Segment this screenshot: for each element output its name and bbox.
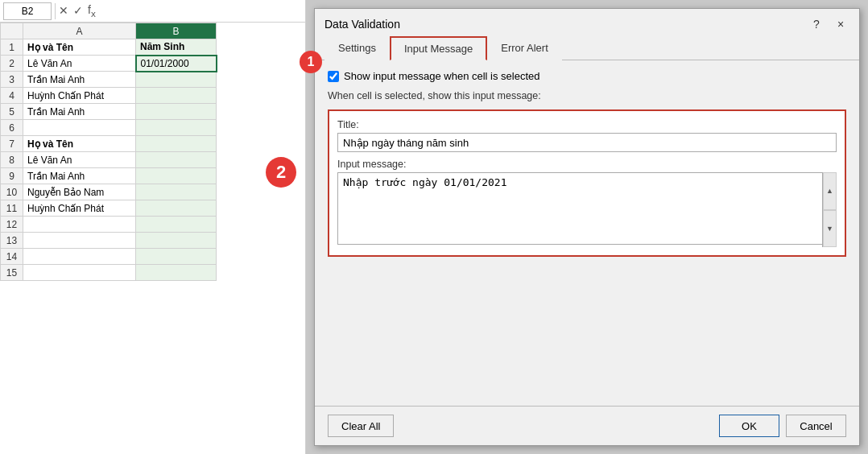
spreadsheet-panel: B2 ✕ ✓ fx A B <box>0 0 306 454</box>
row-header-14: 14 <box>1 249 23 265</box>
cell-a8[interactable]: Lê Văn An <box>23 152 136 168</box>
cell-b8[interactable] <box>136 152 217 168</box>
row-header-1: 1 <box>1 39 23 56</box>
textarea-scrollbar: ▲ ▼ <box>822 172 837 247</box>
cell-a2[interactable]: Lê Văn An <box>23 56 136 72</box>
title-field-label: Title: <box>337 119 837 130</box>
scroll-up-btn[interactable]: ▲ <box>823 172 837 210</box>
cell-a5[interactable]: Trần Mai Anh <box>23 104 136 120</box>
cell-b15[interactable] <box>136 265 217 281</box>
dialog-titlebar: Data Validation ? × <box>315 9 859 36</box>
cell-a3[interactable]: Trần Mai Anh <box>23 72 136 88</box>
row-header-5: 5 <box>1 104 23 120</box>
row-header-2: 2 <box>1 56 23 72</box>
cell-b11[interactable] <box>136 200 217 217</box>
dialog-overlay: Data Validation ? × Settings Input Messa… <box>306 0 868 454</box>
cell-b7[interactable] <box>136 136 217 152</box>
cell-a1[interactable]: Họ và Tên <box>23 39 136 56</box>
footer-right: OK Cancel <box>719 415 846 437</box>
row-header-3: 3 <box>1 72 23 88</box>
formula-icons: ✕ ✓ fx <box>59 3 96 19</box>
row-header-7: 7 <box>1 136 23 152</box>
row-header-15: 15 <box>1 265 23 281</box>
help-button[interactable]: ? <box>808 15 825 33</box>
cell-a9[interactable]: Trần Mai Anh <box>23 168 136 184</box>
dialog-tabs: Settings Input Message Error Alert <box>315 36 859 60</box>
dialog-content: Show input message when cell is selected… <box>315 60 859 406</box>
ok-button[interactable]: OK <box>719 415 779 437</box>
cell-a11[interactable]: Huỳnh Chấn Phát <box>23 200 136 217</box>
cell-b6[interactable] <box>136 120 217 136</box>
formula-bar: B2 ✕ ✓ fx <box>0 0 305 23</box>
title-input[interactable] <box>337 133 837 152</box>
description-text: When cell is selected, show this input m… <box>328 90 846 101</box>
row-header-6: 6 <box>1 120 23 136</box>
tab-settings[interactable]: Settings <box>324 36 390 60</box>
confirm-formula-icon[interactable]: ✓ <box>73 4 83 17</box>
show-message-label: Show input message when cell is selected <box>344 70 540 82</box>
function-icon[interactable]: fx <box>88 3 96 19</box>
message-field-label: Input message: <box>337 159 837 170</box>
spreadsheet-area: B2 ✕ ✓ fx A B <box>0 0 306 454</box>
footer-left: Clear All <box>328 415 394 437</box>
message-textarea-wrapper: ▲ ▼ <box>337 172 837 247</box>
cell-ref-box[interactable]: B2 <box>3 2 52 20</box>
tab-error-alert[interactable]: Error Alert <box>487 36 562 60</box>
cell-b10[interactable] <box>136 184 217 200</box>
cell-a10[interactable]: Nguyễn Bảo Nam <box>23 184 136 200</box>
row-header-8: 8 <box>1 152 23 168</box>
row-header-11: 11 <box>1 200 23 217</box>
tab-input-message[interactable]: Input Message <box>390 36 487 60</box>
input-section: Title: Input message: ▲ ▼ <box>328 109 846 257</box>
grid-container: A B 1Họ và TênNăm Sinh2Lê Văn An01/01/20… <box>0 23 305 454</box>
cell-a4[interactable]: Huỳnh Chấn Phát <box>23 88 136 104</box>
close-button[interactable]: × <box>832 15 849 33</box>
dialog-controls: ? × <box>808 15 849 33</box>
cell-b9[interactable] <box>136 168 217 184</box>
clear-all-button[interactable]: Clear All <box>328 415 394 437</box>
cell-b2[interactable]: 01/01/2000 <box>136 56 217 72</box>
show-message-checkbox[interactable] <box>328 71 339 82</box>
row-header-13: 13 <box>1 233 23 249</box>
row-header-4: 4 <box>1 88 23 104</box>
annotation-badge-2: 2 <box>266 157 296 188</box>
formula-input[interactable] <box>99 3 302 19</box>
annotation-badge-1: 1 <box>300 51 322 73</box>
cell-a13[interactable] <box>23 233 136 249</box>
spreadsheet-grid: A B 1Họ và TênNăm Sinh2Lê Văn An01/01/20… <box>0 23 217 281</box>
corner-header <box>1 23 23 39</box>
cell-b4[interactable] <box>136 88 217 104</box>
cell-b14[interactable] <box>136 249 217 265</box>
cell-b3[interactable] <box>136 72 217 88</box>
show-message-row: Show input message when cell is selected <box>328 70 846 82</box>
dialog-footer: Clear All OK Cancel <box>315 406 859 445</box>
row-header-10: 10 <box>1 184 23 200</box>
cell-a15[interactable] <box>23 265 136 281</box>
row-header-9: 9 <box>1 168 23 184</box>
cell-b12[interactable] <box>136 217 217 233</box>
data-validation-dialog: Data Validation ? × Settings Input Messa… <box>314 8 860 446</box>
cell-a14[interactable] <box>23 249 136 265</box>
cell-b13[interactable] <box>136 233 217 249</box>
scroll-down-btn[interactable]: ▼ <box>823 210 837 248</box>
row-header-12: 12 <box>1 217 23 233</box>
cell-b5[interactable] <box>136 104 217 120</box>
cell-a6[interactable] <box>23 120 136 136</box>
cell-b1[interactable]: Năm Sinh <box>136 39 217 56</box>
formula-bar-divider <box>55 3 56 19</box>
message-textarea[interactable] <box>337 172 837 245</box>
cell-a7[interactable]: Họ và Tên <box>23 136 136 152</box>
dialog-title: Data Validation <box>324 18 400 31</box>
cell-a12[interactable] <box>23 217 136 233</box>
col-header-a[interactable]: A <box>23 23 136 39</box>
col-header-b[interactable]: B <box>136 23 217 39</box>
cancel-formula-icon[interactable]: ✕ <box>59 4 68 17</box>
cancel-button[interactable]: Cancel <box>786 415 846 437</box>
